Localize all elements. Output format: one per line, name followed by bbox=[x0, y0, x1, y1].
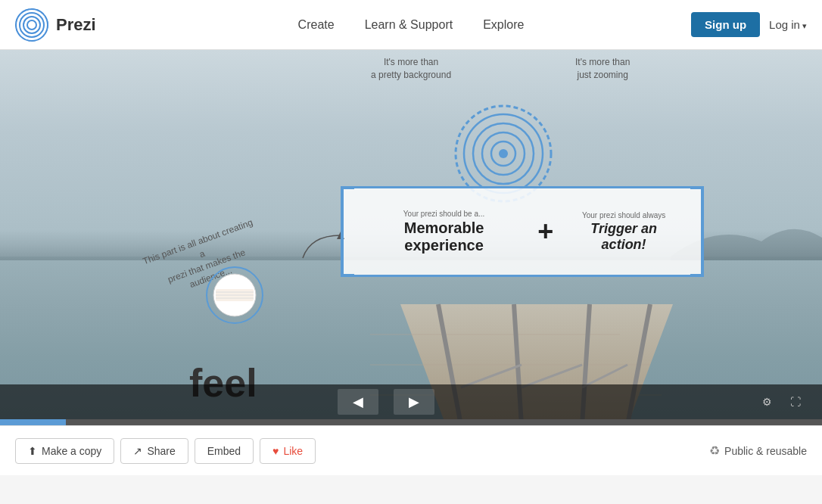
bracket-right-section: Your prezi should always Trigger an acti… bbox=[568, 211, 679, 253]
nav-explore[interactable]: Explore bbox=[483, 18, 524, 32]
heart-icon: ♥ bbox=[272, 445, 279, 457]
bracket-left-big: Memorable experience bbox=[404, 219, 484, 254]
logo-area[interactable]: Prezi bbox=[15, 8, 96, 42]
bracket-right bbox=[690, 186, 704, 277]
bracket-content: Your prezi should be a... Memorable expe… bbox=[343, 202, 702, 262]
nav-create[interactable]: Create bbox=[298, 18, 335, 32]
like-button[interactable]: ♥ Like bbox=[260, 438, 316, 464]
progress-bar-area bbox=[0, 419, 822, 425]
recycle-icon: ♻ bbox=[709, 443, 720, 458]
nav-learn-support[interactable]: Learn & Support bbox=[365, 18, 453, 32]
bracket-right-label: Your prezi should always bbox=[568, 211, 679, 219]
copy-icon: ⬆ bbox=[28, 445, 37, 457]
action-buttons: ⬆ Make a copy ↗ Share Embed ♥ Like bbox=[15, 438, 316, 464]
bracket-left-section: Your prezi should be a... Memorable expe… bbox=[366, 210, 522, 254]
fullscreen-button[interactable]: ⛶ bbox=[784, 393, 807, 411]
overlay-top-right-text: It's more than just zooming bbox=[575, 56, 630, 82]
controls-bar: ◀ ▶ ⚙ ⛶ bbox=[0, 384, 822, 419]
public-reusable-label: Public & reusable bbox=[724, 445, 807, 457]
main-nav: Create Learn & Support Explore bbox=[298, 18, 525, 32]
share-icon: ↗ bbox=[133, 445, 142, 457]
svg-point-2 bbox=[23, 17, 40, 33]
overlay-top-left-text: It's more than a pretty background bbox=[371, 56, 451, 82]
progress-fill bbox=[0, 419, 66, 425]
controls-right: ⚙ ⛶ bbox=[756, 393, 807, 411]
header-actions: Sign up Log in bbox=[691, 12, 807, 37]
bracket-right-big: Trigger an action! bbox=[590, 221, 657, 252]
presentation-area: It's more than a pretty background It's … bbox=[0, 50, 822, 425]
plus-sign: + bbox=[537, 216, 553, 247]
signup-button[interactable]: Sign up bbox=[691, 12, 760, 37]
bracket-left-label: Your prezi should be a... bbox=[366, 210, 522, 218]
header: Prezi Create Learn & Support Explore Sig… bbox=[0, 0, 822, 50]
settings-button[interactable]: ⚙ bbox=[756, 393, 778, 411]
svg-point-3 bbox=[27, 20, 36, 30]
public-badge: ♻ Public & reusable bbox=[709, 443, 807, 458]
small-circle-element bbox=[204, 265, 265, 325]
next-button[interactable]: ▶ bbox=[394, 389, 434, 415]
share-button[interactable]: ↗ Share bbox=[120, 438, 188, 464]
embed-button[interactable]: Embed bbox=[195, 438, 254, 464]
controls-center: ◀ ▶ bbox=[338, 389, 434, 415]
make-copy-button[interactable]: ⬆ Make a copy bbox=[15, 438, 114, 464]
bottom-toolbar: ⬆ Make a copy ↗ Share Embed ♥ Like ♻ Pub… bbox=[0, 425, 822, 475]
bracket-box: Your prezi should be a... Memorable expe… bbox=[341, 186, 704, 277]
prezi-logo-icon bbox=[15, 8, 48, 42]
logo-text: Prezi bbox=[56, 15, 96, 35]
bracket-left bbox=[341, 186, 354, 277]
login-button[interactable]: Log in bbox=[769, 18, 807, 31]
svg-point-21 bbox=[499, 149, 508, 158]
prev-button[interactable]: ◀ bbox=[338, 389, 378, 415]
